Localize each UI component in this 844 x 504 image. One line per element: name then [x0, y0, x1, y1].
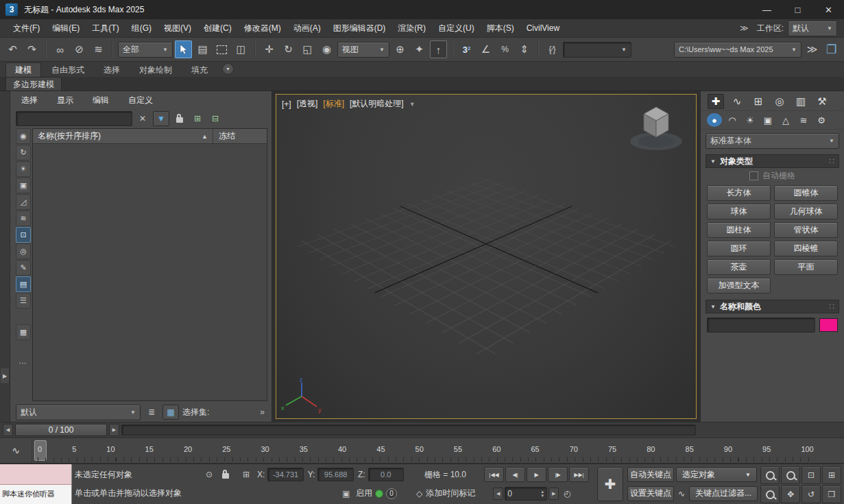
y-coordinate-field[interactable]: 95.688 — [317, 468, 353, 481]
frame-step-forward-button[interactable]: ▶ — [548, 488, 559, 500]
next-frame-button[interactable]: |▶ — [548, 467, 568, 482]
ribbon-tab-modeling[interactable]: 建模 — [5, 62, 41, 77]
ribbon-panel-polygon-modeling[interactable]: 多边形建模 — [5, 77, 62, 91]
button-pyramid[interactable]: 四棱锥 — [774, 241, 838, 256]
undo-button[interactable]: ↶ — [4, 40, 21, 58]
frame-step-back-button[interactable]: ◀ — [493, 488, 503, 500]
create-tab-icon[interactable]: ✚ — [708, 94, 724, 109]
filter-cameras-icon[interactable]: ▣ — [16, 178, 31, 193]
maximize-viewport-toggle[interactable]: ❒ — [822, 485, 841, 503]
lights-category-icon[interactable]: ☀ — [743, 113, 758, 127]
filter-shapes-icon[interactable]: ✎ — [16, 260, 31, 276]
shapes-category-icon[interactable]: ◠ — [725, 113, 740, 127]
filter-bones-icon[interactable]: ☰ — [16, 293, 31, 309]
select-by-name-button[interactable]: ▤ — [194, 40, 211, 58]
menu-edit[interactable]: 编辑(E) — [46, 21, 86, 36]
cameras-category-icon[interactable]: ▣ — [760, 113, 775, 127]
select-and-place-button[interactable]: ◉ — [318, 40, 335, 58]
menu-graph-editors[interactable]: 图形编辑器(D) — [327, 21, 392, 36]
name-color-rollout[interactable]: ▼ 名称和颜色 ∷ — [706, 300, 839, 313]
filter-xrefs-icon[interactable]: ◎ — [16, 243, 31, 259]
maximize-button[interactable]: □ — [782, 0, 813, 19]
time-configuration-button[interactable]: ◴ — [560, 487, 574, 501]
add-time-tag-button[interactable]: 添加时间标记 — [426, 488, 475, 499]
menu-tools[interactable]: 工具(T) — [86, 21, 125, 36]
filter-groups-icon[interactable]: ⊡ — [16, 227, 31, 243]
use-pivot-center-button[interactable]: ⊕ — [391, 40, 409, 58]
previous-frame-button[interactable]: ◀| — [505, 467, 525, 482]
select-object-button[interactable] — [175, 40, 192, 58]
explorer-menu-select[interactable]: 选择 — [21, 95, 38, 106]
set-keys-button[interactable]: ✚ — [597, 467, 623, 501]
menu-animation[interactable]: 动画(A) — [287, 21, 327, 36]
selected-object-dropdown[interactable]: 选定对象 ▼ — [676, 467, 757, 482]
explorer-preset-dropdown[interactable]: 默认 ▼ — [16, 405, 141, 420]
zoom-all-views-button[interactable] — [781, 466, 800, 484]
filter-funnel-icon[interactable]: ▼ — [153, 111, 169, 126]
object-name-field[interactable] — [707, 317, 815, 333]
window-crossing-toggle[interactable]: ◫ — [232, 40, 250, 58]
maxscript-mini-listener[interactable]: 脚本迷你侦听器 — [0, 464, 72, 504]
sort-ascending-icon[interactable]: ▲ — [202, 133, 208, 140]
selection-filter-dropdown[interactable]: 全部 ▼ — [118, 42, 173, 58]
named-selection-set-dropdown[interactable]: ▼ — [563, 42, 631, 58]
menu-modifiers[interactable]: 修改器(M) — [238, 21, 287, 36]
column-name[interactable]: 名称(按升序排序) ▲ — [33, 129, 213, 143]
select-and-manipulate-button[interactable]: ✦ — [411, 40, 428, 58]
zoom-extents-all-button[interactable]: ⊞ — [822, 466, 841, 484]
explorer-overflow-icon[interactable]: » — [258, 407, 266, 417]
filter-materials-icon[interactable]: ▤ — [16, 276, 31, 292]
notification-badge[interactable]: 0 — [386, 488, 397, 499]
time-slider-grip[interactable]: 0 / 100 — [15, 424, 107, 436]
menu-views[interactable]: 视图(V) — [158, 21, 197, 36]
z-coordinate-field[interactable]: 0.0 — [368, 468, 404, 481]
edit-named-selection-sets-button[interactable]: {∕} — [544, 40, 561, 58]
perspective-viewport[interactable]: [+] [透视] [标准] [默认明暗处理] ▼ — [276, 94, 697, 419]
angle-snap-toggle[interactable]: ∠ — [477, 40, 494, 58]
time-slider-next-button[interactable]: ▶ — [109, 424, 119, 436]
layers-stack-icon[interactable]: ≣ — [144, 405, 159, 419]
go-to-end-button[interactable]: ▶▶| — [569, 467, 589, 482]
viewcube[interactable] — [623, 99, 689, 160]
button-cone[interactable]: 圆锥体 — [774, 185, 838, 201]
button-sphere[interactable]: 球体 — [707, 204, 771, 219]
button-tube[interactable]: 管状体 — [774, 222, 838, 238]
explorer-object-list[interactable] — [33, 144, 267, 400]
button-geosphere[interactable]: 几何球体 — [774, 204, 838, 219]
column-freeze[interactable]: 冻结 — [213, 129, 267, 143]
ribbon-config-icon[interactable]: ▼ — [222, 63, 234, 75]
spinner-down-icon[interactable]: ▼ — [540, 494, 544, 498]
pick-remove-icon[interactable]: ⊟ — [208, 112, 223, 125]
geometry-category-icon[interactable]: ● — [707, 113, 722, 127]
menubar-overflow-icon[interactable]: ≫ — [734, 23, 754, 33]
filter-more-icon[interactable]: ⋯ — [16, 356, 29, 370]
bind-to-space-warp-icon[interactable]: ≋ — [90, 40, 107, 58]
workspace-dropdown[interactable]: 默认 ▼ — [788, 21, 837, 36]
explorer-menu-display[interactable]: 显示 — [57, 95, 73, 106]
display-tab-icon[interactable]: ▥ — [793, 94, 809, 109]
orbit-button[interactable]: ↺ — [801, 485, 821, 503]
ribbon-tab-selection[interactable]: 选择 — [95, 63, 129, 77]
open-mini-curve-editor-button[interactable]: ∿ — [0, 438, 32, 463]
filter-lights-icon[interactable]: ☀ — [16, 161, 31, 177]
percent-snap-toggle[interactable]: % — [496, 40, 514, 58]
per-view-filter-icon[interactable]: ▼ — [409, 101, 415, 108]
time-slider-track[interactable] — [121, 424, 696, 435]
default-tangents-icon[interactable]: ∿ — [676, 487, 687, 501]
filter-spacewarps-icon[interactable]: ≋ — [16, 211, 31, 226]
zoom-region-button[interactable] — [760, 485, 780, 503]
select-and-rotate-button[interactable]: ↻ — [280, 40, 297, 58]
safe-scene-script-icon[interactable]: ▣ — [339, 487, 353, 501]
reference-coordinate-dropdown[interactable]: 视图 ▼ — [337, 42, 389, 58]
toolbar-overflow-icon[interactable]: ≫ — [804, 40, 821, 58]
explorer-menu-customize[interactable]: 自定义 — [128, 95, 153, 106]
lock-icon[interactable] — [172, 112, 187, 125]
search-clear-icon[interactable]: ✕ — [135, 112, 150, 125]
systems-category-icon[interactable]: ⚙ — [814, 113, 829, 127]
geometry-type-dropdown[interactable]: 标准基本体 ▼ — [706, 133, 839, 149]
auto-key-button[interactable]: 自动关键点 — [627, 467, 674, 482]
isolate-selection-icon[interactable]: ⊙ — [202, 468, 216, 481]
autogrid-checkbox[interactable] — [749, 171, 758, 180]
filter-helpers-icon[interactable]: ◿ — [16, 194, 31, 210]
project-folder-dropdown[interactable]: C:\Users\ww~~ds Max 2025 ▼ — [674, 42, 801, 58]
